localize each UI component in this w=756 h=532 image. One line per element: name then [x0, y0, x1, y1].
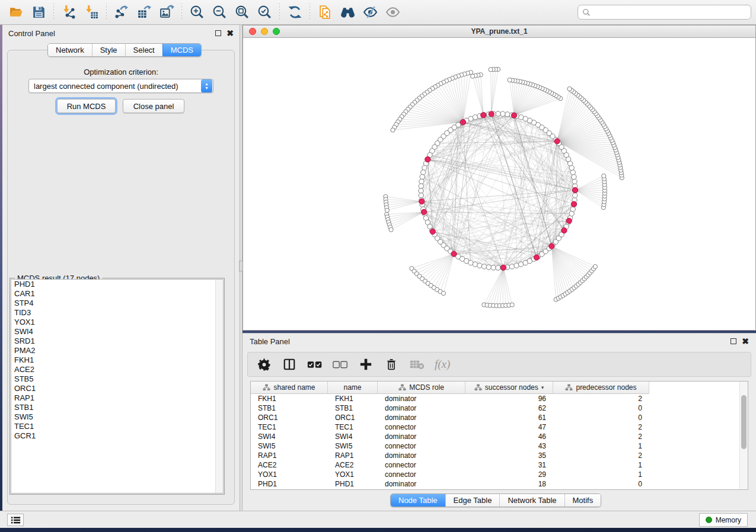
table-cell[interactable]: 2 — [553, 451, 649, 460]
column-header-predecessor-nodes[interactable]: predecessor nodes — [553, 382, 649, 394]
network-node[interactable] — [510, 303, 514, 307]
clone-network-button[interactable] — [314, 2, 336, 23]
mcds-result-item[interactable]: GCR1 — [11, 431, 223, 441]
mcds-result-item[interactable]: ACE2 — [11, 365, 223, 374]
table-cell[interactable]: 0 — [553, 413, 649, 422]
network-node[interactable] — [419, 184, 423, 188]
add-row-button[interactable] — [358, 355, 374, 373]
close-table-panel-icon[interactable]: ✖ — [742, 338, 749, 344]
hide-selected-button[interactable] — [359, 2, 381, 23]
table-cell[interactable]: STB1 — [251, 403, 328, 413]
network-node[interactable] — [562, 227, 567, 233]
float-table-panel-icon[interactable] — [731, 338, 736, 344]
network-node[interactable] — [572, 187, 578, 193]
search-input[interactable] — [591, 7, 747, 18]
mcds-result-item[interactable]: PHD1 — [11, 280, 223, 289]
network-graph[interactable] — [243, 38, 755, 330]
network-node[interactable] — [481, 113, 486, 118]
table-cell[interactable]: 0 — [553, 479, 649, 489]
network-node[interactable] — [421, 170, 426, 175]
table-row[interactable]: RAP1RAP1dominator352 — [251, 451, 748, 460]
table-cell[interactable]: 43 — [465, 441, 553, 451]
mcds-result-item[interactable]: SWI4 — [11, 327, 223, 336]
network-node[interactable] — [500, 111, 505, 116]
network-node[interactable] — [496, 265, 500, 270]
mcds-result-item[interactable]: CAR1 — [11, 289, 223, 299]
float-panel-icon[interactable] — [215, 30, 221, 36]
network-node[interactable] — [571, 201, 576, 207]
network-node[interactable] — [481, 264, 486, 269]
table-cell[interactable]: 29 — [465, 470, 553, 479]
network-node[interactable] — [602, 174, 606, 178]
table-tab-motifs[interactable]: Motifs — [564, 494, 601, 507]
mcds-result-item[interactable]: TEC1 — [11, 422, 223, 431]
table-scrollbar-thumb[interactable] — [741, 395, 747, 449]
export-network-button[interactable] — [110, 2, 133, 23]
table-cell[interactable]: SWI4 — [328, 432, 378, 441]
delete-row-button[interactable] — [384, 355, 399, 373]
select-all-rows-button[interactable] — [307, 355, 323, 373]
network-node[interactable] — [572, 179, 577, 184]
table-cell[interactable]: 61 — [465, 413, 553, 422]
task-history-button[interactable] — [7, 514, 24, 526]
network-node[interactable] — [385, 208, 389, 212]
zoom-fit-button[interactable] — [231, 2, 253, 23]
network-node[interactable] — [451, 251, 457, 257]
network-node[interactable] — [471, 74, 475, 78]
mcds-result-item[interactable]: ORC1 — [11, 384, 223, 393]
mcds-result-item[interactable]: SRD1 — [11, 336, 223, 346]
zoom-out-button[interactable] — [208, 2, 231, 23]
table-cell[interactable]: 1 — [553, 441, 649, 451]
import-network-button[interactable] — [58, 2, 80, 23]
table-cell[interactable]: 18 — [465, 479, 553, 489]
close-panel-button[interactable]: Close panel — [123, 99, 184, 113]
table-cell[interactable]: 2 — [553, 394, 649, 403]
column-header-name[interactable]: name — [328, 382, 378, 394]
table-tab-network-table[interactable]: Network Table — [499, 494, 564, 507]
table-cell[interactable]: connector — [378, 470, 465, 479]
network-node[interactable] — [430, 229, 435, 234]
table-cell[interactable]: RAP1 — [328, 451, 378, 460]
table-row[interactable]: STB1STB1dominator620 — [251, 403, 748, 413]
table-cell[interactable]: RAP1 — [251, 451, 328, 460]
mcds-result-item[interactable]: SWI5 — [11, 412, 223, 422]
network-node[interactable] — [572, 174, 576, 179]
table-cell[interactable]: STB1 — [328, 403, 378, 413]
table-tab-node-table[interactable]: Node Table — [391, 494, 445, 507]
mcds-result-item[interactable]: STB1 — [11, 403, 223, 412]
mcds-result-item[interactable]: STB5 — [11, 374, 223, 384]
show-all-button[interactable] — [381, 2, 404, 23]
close-panel-icon[interactable]: ✖ — [227, 30, 234, 36]
network-node[interactable] — [419, 193, 423, 198]
network-node[interactable] — [489, 111, 494, 117]
table-cell[interactable]: TEC1 — [251, 422, 328, 432]
tab-network[interactable]: Network — [48, 44, 92, 56]
network-node[interactable] — [496, 111, 500, 116]
network-node[interactable] — [554, 139, 560, 144]
show-columns-button[interactable] — [282, 355, 297, 373]
network-node[interactable] — [549, 243, 554, 249]
table-scrollbar[interactable] — [739, 382, 748, 489]
table-cell[interactable]: 46 — [465, 432, 553, 441]
table-settings-button[interactable] — [256, 355, 272, 373]
network-titlebar[interactable]: YPA_prune.txt_1 — [243, 25, 755, 38]
table-tab-edge-table[interactable]: Edge Table — [445, 494, 500, 507]
criterion-select[interactable]: largest connected component (undirected)… — [28, 79, 213, 93]
network-node[interactable] — [425, 157, 430, 162]
import-table-button[interactable] — [80, 2, 103, 23]
run-mcds-button[interactable]: Run MCDS — [57, 99, 116, 113]
table-cell[interactable]: dominator — [378, 432, 465, 441]
network-node[interactable] — [509, 264, 514, 269]
table-cell[interactable]: ACE2 — [251, 460, 328, 470]
tab-mcds[interactable]: MCDS — [162, 44, 201, 56]
deselect-all-rows-button[interactable] — [333, 355, 348, 373]
network-canvas[interactable] — [243, 38, 755, 330]
table-cell[interactable]: 35 — [465, 451, 553, 460]
table-cell[interactable]: TEC1 — [328, 422, 378, 432]
mcds-result-item[interactable]: STP4 — [11, 299, 223, 308]
table-row[interactable]: FKH1FKH1dominator962 — [251, 394, 748, 403]
save-session-button[interactable] — [27, 2, 50, 23]
network-node[interactable] — [460, 120, 465, 125]
column-header-MCDS-role[interactable]: MCDS role — [378, 382, 465, 394]
table-cell[interactable]: FKH1 — [328, 394, 378, 403]
